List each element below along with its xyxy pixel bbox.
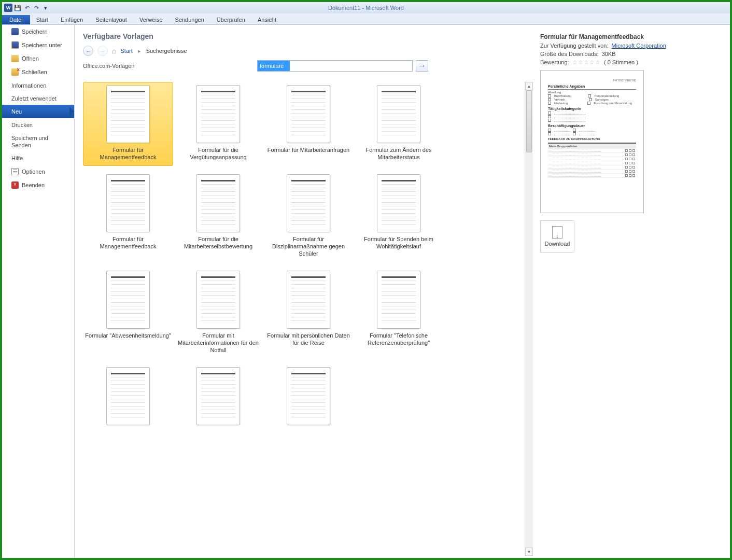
search-go-button[interactable]: → [416,60,428,72]
tab-view[interactable]: Ansicht [251,15,283,24]
nav-exit[interactable]: Beenden [2,178,74,192]
nav-help[interactable]: Hilfe [2,151,74,165]
nav-options-label: Optionen [22,168,45,175]
details-pane: Formular für Managementfeedback Zur Verf… [533,25,730,558]
template-item[interactable]: Formular für die Mitarbeiterselbstbewert… [173,171,263,262]
preview-section: Persönliche Angaben [548,85,636,88]
chevron-right-icon: ▸ [137,48,142,54]
nav-print-label: Drucken [11,121,33,129]
nav-back-button[interactable]: ← [83,46,93,56]
tab-start[interactable]: Start [30,15,54,24]
search-input[interactable] [257,60,413,72]
ribbon-tabs: Datei Start Einfügen Seitenlayout Verwei… [2,13,730,25]
nav-info-label: Informationen [11,82,46,89]
templates-heading: Verfügbare Vorlagen [83,32,527,40]
template-item[interactable]: Formular "Telefonische Referenzenüberprü… [354,268,444,359]
template-item[interactable]: Formular für Managementfeedback [83,82,173,166]
tab-references[interactable]: Verweise [133,15,169,24]
template-item[interactable]: Formular zum Ändern des Mitarbeiterstatu… [354,82,444,166]
tab-file[interactable]: Datei [2,15,30,24]
template-item[interactable]: Formular für Mitarbeiteranfragen [263,82,354,166]
template-label: Formular zum Ändern des Mitarbeiterstatu… [356,146,442,161]
tab-mailings[interactable]: Sendungen [169,15,210,24]
rating-label: Bewertung: [540,59,569,65]
crumb-start[interactable]: Start [120,48,132,54]
template-item[interactable]: Formular für Disziplinarmaßnahme gegen S… [263,171,354,262]
template-grid: Formular für Managementfeedback Formular… [83,82,533,453]
nav-info[interactable]: Informationen [2,79,74,92]
template-thumb [196,85,240,143]
home-icon[interactable]: ⌂ [112,47,116,55]
nav-recent[interactable]: Zuletzt verwendet [2,92,74,105]
template-thumb [287,271,330,329]
rating-stars-icon: ☆☆☆☆☆ [572,59,601,65]
template-thumb [196,367,240,425]
nav-save-as[interactable]: Speichern unter [2,38,74,52]
template-label: Formular für Disziplinarmaßnahme gegen S… [265,235,351,257]
nav-save-as-label: Speichern unter [22,41,62,49]
template-item[interactable] [263,364,354,448]
nav-close-label: Schließen [22,68,47,76]
provided-label: Zur Verfügung gestellt von: [540,43,608,49]
template-item[interactable] [83,364,173,448]
nav-open-label: Öffnen [22,55,39,62]
nav-recent-label: Zuletzt verwendet [11,95,57,102]
save-as-icon [11,41,19,49]
tab-page-layout[interactable]: Seitenlayout [89,15,133,24]
template-item[interactable]: Formular mit Mitarbeiterinformationen fü… [173,268,263,359]
tab-insert[interactable]: Einfügen [54,15,89,24]
template-label [307,428,309,443]
preview-section: Beschäftigungsdauer [548,124,636,128]
template-thumb [106,85,150,143]
nav-share[interactable]: Speichern und Senden [2,132,74,151]
search-row: Office.com-Vorlagen → [83,60,527,72]
template-thumb [287,367,330,425]
template-item[interactable]: Formular für Managementfeedback [83,171,173,262]
template-label [217,428,219,443]
scroll-down-icon[interactable]: ▼ [525,548,533,556]
tab-review[interactable]: Überprüfen [210,15,251,24]
vertical-scrollbar[interactable]: ▲ ▼ [525,82,533,556]
template-thumb [106,271,150,329]
template-label: Formular für Managementfeedback [85,146,171,161]
template-label: Formular mit persönlichen Daten für die … [265,332,351,346]
template-item[interactable]: Formular "Abwesenheitsmeldung" [83,268,173,359]
scroll-up-icon[interactable]: ▲ [525,82,533,90]
download-icon [552,226,562,239]
template-thumb [106,174,150,232]
nav-new[interactable]: Neu [2,105,74,118]
download-button[interactable]: Download [540,220,574,253]
template-thumb [377,85,420,143]
title-bar: W 💾 ↶ ↷ ▾ Dokument11 - Microsoft Word [2,2,730,13]
nav-close[interactable]: Schließen [2,65,74,79]
template-item[interactable]: Formular mit persönlichen Daten für die … [263,268,354,359]
template-label: Formular "Telefonische Referenzenüberprü… [356,332,442,346]
template-label: Formular für Mitarbeiteranfragen [268,146,349,161]
save-icon [11,28,19,35]
folder-close-icon [11,68,19,76]
preview-section: Tätigkeitskategorie [548,107,636,110]
provider-link[interactable]: Microsoft Corporation [612,43,666,49]
nav-forward-button[interactable]: → [97,46,108,56]
nav-open[interactable]: Öffnen [2,52,74,65]
template-label: Formular "Abwesenheitsmeldung" [85,332,171,346]
detail-title: Formular für Managementfeedback [540,33,721,40]
template-label: Formular für die Mitarbeiterselbstbewert… [175,235,261,250]
template-item[interactable] [173,364,263,448]
detail-size-row: Größe des Downloads: 30KB [540,51,721,57]
template-item[interactable]: Formular für Spenden beim Wohltätigkeits… [354,171,444,262]
template-item[interactable]: Formular für die Vergütungsanpassung [173,82,263,166]
nav-save[interactable]: Speichern [2,25,74,38]
nav-options[interactable]: Optionen [2,165,74,178]
options-icon [11,168,19,175]
templates-pane: Verfügbare Vorlagen ← → ⌂ Start ▸ Sucher… [75,25,533,558]
preview-dept: Abteilung [548,91,636,94]
template-thumb [287,85,330,143]
nav-print[interactable]: Drucken [2,118,74,132]
template-thumb [196,174,240,232]
template-thumb [196,271,240,329]
scroll-thumb[interactable] [526,90,532,152]
preview-section: FEEDBACK ZU GRUPPENLEITUNG [548,137,636,141]
folder-open-icon [11,55,19,62]
nav-help-label: Hilfe [11,155,23,162]
